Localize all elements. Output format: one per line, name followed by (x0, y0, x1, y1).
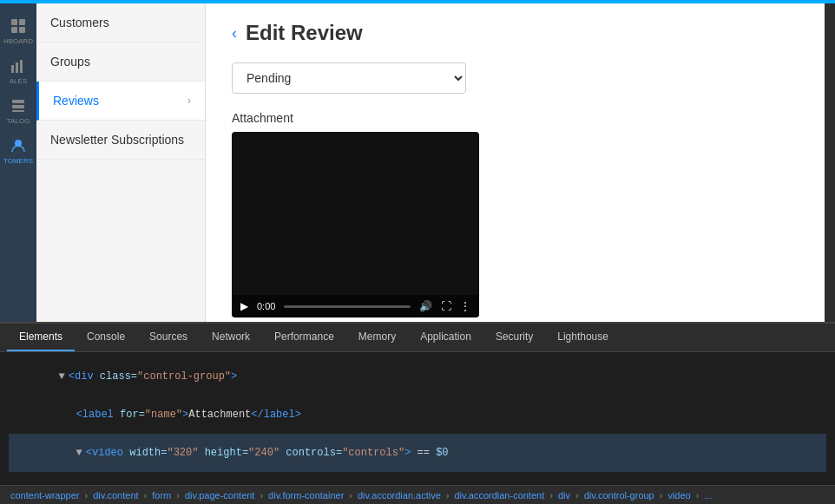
nav-sidebar: Customers Groups Reviews › Newsletter Su… (36, 3, 206, 322)
groups-nav-label: Groups (50, 55, 90, 69)
svg-rect-5 (16, 62, 18, 73)
tab-network[interactable]: Network (200, 324, 262, 351)
scrollbar[interactable] (825, 3, 835, 322)
tab-elements[interactable]: Elements (7, 324, 75, 351)
breadcrumb-div[interactable]: div (555, 490, 574, 501)
customers-label: TOMERS (3, 157, 33, 165)
tab-memory[interactable]: Memory (346, 324, 408, 351)
svg-rect-6 (20, 60, 23, 73)
video-progress-bar[interactable] (284, 305, 411, 308)
app-container: HBOARD ALES (0, 3, 835, 504)
breadcrumb-page-content[interactable]: div.page-content (181, 490, 259, 501)
breadcrumb-accordian-content[interactable]: div.accordian-content (450, 490, 548, 501)
video-player[interactable]: ▶ 0:00 🔊 ⛶ ⋮ (232, 132, 479, 317)
catalog-label: TALOG (7, 117, 30, 125)
tab-application[interactable]: Application (408, 324, 483, 351)
play-button[interactable]: ▶ (240, 300, 248, 312)
code-line-4: <source src="http://dev .com/storage/app… (9, 472, 826, 485)
breadcrumb-bar: content-wrapper › div.content › form › d… (0, 485, 835, 504)
tab-performance[interactable]: Performance (262, 324, 346, 351)
code-line-1: ▼<div class="control-group"> (9, 357, 826, 396)
svg-rect-4 (11, 65, 14, 73)
breadcrumb-content-wrapper[interactable]: content-wrapper (7, 490, 83, 501)
tab-security[interactable]: Security (483, 324, 545, 351)
breadcrumb-form-container[interactable]: div.form-container (265, 490, 347, 501)
sidebar-icon-catalog[interactable]: TALOG (0, 90, 36, 128)
chevron-right-icon: › (187, 95, 191, 107)
tab-lighthouse[interactable]: Lighthouse (545, 324, 621, 351)
svg-rect-3 (19, 27, 25, 33)
triangle-icon-2: ▼ (76, 447, 82, 459)
devtools-panel: Elements Console Sources Network Perform… (0, 322, 835, 504)
main-content: ‹ Edit Review Pending Approved Rejected … (206, 3, 825, 322)
svg-rect-0 (11, 19, 17, 25)
volume-button[interactable]: 🔊 (419, 300, 432, 312)
breadcrumb-form[interactable]: form (148, 490, 174, 501)
dashboard-label: HBOARD (3, 37, 33, 45)
svg-rect-8 (12, 105, 24, 108)
status-select[interactable]: Pending Approved Rejected (232, 62, 466, 94)
sidebar-icon-dashboard[interactable]: HBOARD (0, 10, 36, 49)
tab-sources[interactable]: Sources (137, 324, 200, 351)
svg-rect-1 (19, 19, 25, 25)
breadcrumb-video[interactable]: video (664, 490, 694, 501)
svg-rect-7 (12, 100, 24, 103)
sales-icon (10, 57, 27, 75)
breadcrumb-control-group[interactable]: div.control-group (581, 490, 658, 501)
svg-rect-9 (12, 110, 24, 112)
fullscreen-button[interactable]: ⛶ (441, 300, 451, 312)
breadcrumb-accordian-active[interactable]: div.accordian.active (354, 490, 444, 501)
catalog-icon (10, 97, 27, 115)
svg-rect-2 (11, 27, 17, 33)
sales-label: ALES (10, 77, 27, 85)
tab-console[interactable]: Console (75, 324, 137, 351)
video-controls: ▶ 0:00 🔊 ⛶ ⋮ (232, 295, 479, 317)
sidebar-item-customers[interactable]: Customers (36, 3, 205, 43)
sidebar-item-groups[interactable]: Groups (36, 43, 205, 82)
main-area: HBOARD ALES (0, 3, 835, 322)
icon-sidebar: HBOARD ALES (0, 3, 36, 322)
code-line-2: <label for="name">Attachment</label> (9, 396, 826, 434)
triangle-icon: ▼ (59, 370, 65, 383)
time-display: 0:00 (257, 301, 275, 311)
newsletter-nav-label: Newsletter Subscriptions (50, 133, 184, 147)
devtools-content: ▼<div class="control-group"> <label for=… (0, 352, 835, 485)
sidebar-icon-sales[interactable]: ALES (0, 50, 36, 88)
customers-nav-label: Customers (50, 16, 109, 29)
sidebar-item-reviews[interactable]: Reviews › (36, 82, 205, 121)
breadcrumb-more[interactable]: ... (700, 490, 715, 501)
more-options-button[interactable]: ⋮ (460, 300, 470, 312)
breadcrumb-div-content[interactable]: div.content (89, 490, 141, 501)
reviews-nav-label: Reviews (53, 94, 99, 108)
back-button[interactable]: ‹ (232, 24, 237, 43)
customers-icon (10, 137, 27, 154)
sidebar-icon-customers[interactable]: TOMERS (0, 130, 36, 168)
page-title: Edit Review (246, 21, 363, 45)
devtools-tabs: Elements Console Sources Network Perform… (0, 324, 835, 352)
page-header: ‹ Edit Review (232, 21, 799, 45)
attachment-label: Attachment (232, 111, 799, 125)
dashboard-icon (10, 17, 27, 35)
sidebar-item-newsletter[interactable]: Newsletter Subscriptions (36, 121, 205, 160)
code-line-3: ▼<video width="320" height="240" control… (9, 434, 826, 472)
